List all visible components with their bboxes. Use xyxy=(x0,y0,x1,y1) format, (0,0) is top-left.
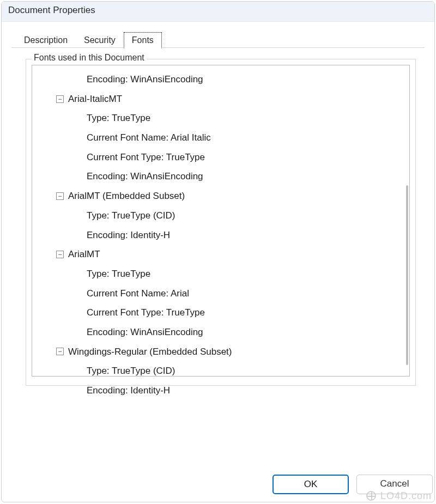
tree-detail[interactable]: Encoding: Identity-H xyxy=(34,226,409,245)
tree-detail[interactable]: Encoding: WinAnsiEncoding xyxy=(34,70,409,89)
tabs-strip: Description Security Fonts xyxy=(11,32,425,48)
fonts-panel: Fonts used in this Document Encoding: Wi… xyxy=(26,59,416,386)
tree-detail[interactable]: Encoding: WinAnsiEncoding xyxy=(34,323,409,342)
cancel-button[interactable]: Cancel xyxy=(356,475,433,494)
tab-description[interactable]: Description xyxy=(16,32,76,48)
tree-detail[interactable]: Current Font Name: Arial Italic xyxy=(34,128,409,148)
tree-node-label: Arial-ItalicMT xyxy=(68,89,122,109)
tree-detail[interactable]: Current Font Name: Arial xyxy=(34,284,409,303)
tree-node-arialmt[interactable]: − ArialMT xyxy=(34,245,409,264)
collapse-icon[interactable]: − xyxy=(56,348,64,355)
tree-node-arial-italicmt[interactable]: − Arial-ItalicMT xyxy=(34,89,409,109)
fonts-used-legend: Fonts used in this Document xyxy=(32,53,147,63)
tab-underline xyxy=(11,47,425,48)
collapse-icon[interactable]: − xyxy=(56,251,64,258)
tree-detail[interactable]: Current Font Type: TrueType xyxy=(34,303,409,323)
fonts-used-group: Fonts used in this Document Encoding: Wi… xyxy=(26,59,416,386)
tree-detail[interactable]: Encoding: WinAnsiEncoding xyxy=(34,167,409,186)
tree-node-arialmt-embedded[interactable]: − ArialMT (Embedded Subset) xyxy=(34,186,409,206)
tree-node-wingdings-regular[interactable]: − Wingdings-Regular (Embedded Subset) xyxy=(34,342,409,362)
tree-node-label: ArialMT (Embedded Subset) xyxy=(68,186,185,206)
tab-fonts[interactable]: Fonts xyxy=(124,32,162,48)
dialog-button-row: OK Cancel xyxy=(272,475,433,494)
tree-detail[interactable]: Type: TrueType xyxy=(34,264,409,284)
collapse-icon[interactable]: − xyxy=(56,192,64,200)
collapse-icon[interactable]: − xyxy=(56,95,64,103)
dialog-title: Document Properties xyxy=(2,2,434,22)
font-tree[interactable]: Encoding: WinAnsiEncoding − Arial-Italic… xyxy=(34,70,409,400)
tree-node-label: ArialMT xyxy=(68,245,100,264)
tree-detail[interactable]: Current Font Type: TrueType xyxy=(34,148,409,167)
font-tree-box: Encoding: WinAnsiEncoding − Arial-Italic… xyxy=(32,65,410,377)
document-properties-dialog: Document Properties Description Security… xyxy=(1,1,435,502)
ok-button[interactable]: OK xyxy=(272,475,349,494)
tree-detail[interactable]: Type: TrueType xyxy=(34,108,409,128)
scrollbar-thumb[interactable] xyxy=(406,185,408,365)
tree-detail[interactable]: Type: TrueType (CID) xyxy=(34,206,409,226)
tree-detail[interactable]: Type: TrueType (CID) xyxy=(34,361,409,381)
tab-security[interactable]: Security xyxy=(76,32,124,48)
tree-detail[interactable]: Encoding: Identity-H xyxy=(34,381,409,400)
tree-node-label: Wingdings-Regular (Embedded Subset) xyxy=(68,342,232,362)
